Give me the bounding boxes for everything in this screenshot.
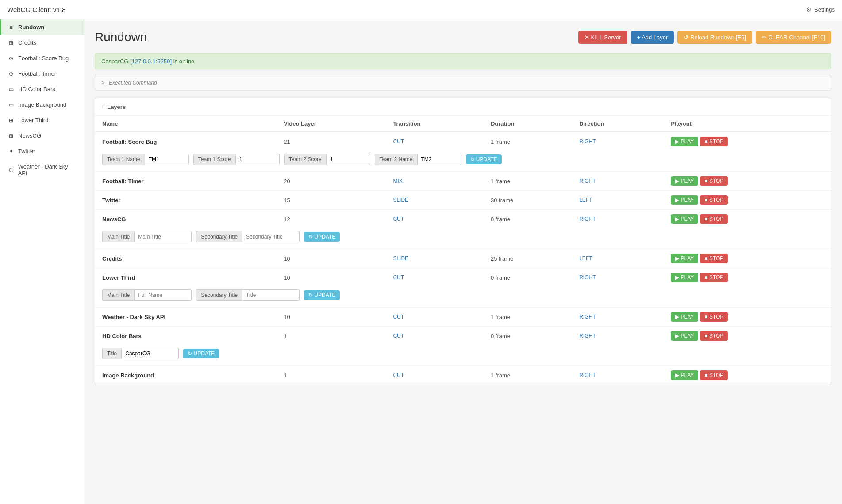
form-input-newscg-0[interactable] [134,231,192,242]
sidebar-item-rundown[interactable]: ≡Rundown [0,19,84,35]
status-casparcg: CasparCG [101,58,128,65]
sidebar-label-football-timer: Football: Timer [18,70,56,77]
table-row-form-hd-color-bars: Title ↻ UPDATE [95,345,831,366]
kill-server-button[interactable]: ✕ KILL Server [578,31,627,44]
play-button-weather[interactable]: ▶ PLAY [671,312,698,322]
sidebar-item-football-score-bug[interactable]: ⊙Football: Score Bug [0,50,84,66]
header-buttons: ✕ KILL Server + Add Layer ↺ Reload Rundo… [578,31,831,44]
sidebar-item-weather[interactable]: ⬡Weather - Dark Sky API [0,159,84,181]
row-direction-lower-third: RIGHT [572,268,664,287]
play-button-football-score-bug[interactable]: ▶ PLAY [671,137,698,146]
sidebar-icon-weather: ⬡ [8,167,15,173]
sidebar-label-image-background: Image Background [18,101,66,108]
sidebar-item-credits[interactable]: ⊞Credits [0,35,84,50]
play-button-hd-color-bars[interactable]: ▶ PLAY [671,331,698,341]
layers-header: ≡ Layers [95,98,831,116]
sidebar-item-football-timer[interactable]: ⊙Football: Timer [0,66,84,81]
stop-button-newscg[interactable]: ■ STOP [700,214,728,224]
row-direction-twitter: LEFT [572,191,664,210]
stop-button-football-score-bug[interactable]: ■ STOP [700,137,728,146]
sidebar-icon-twitter: ✦ [8,148,15,154]
status-host: [127.0.0.1:5250] [130,58,172,65]
row-duration-lower-third: 0 frame [484,268,572,287]
sidebar-icon-newscg: ⊞ [8,133,15,139]
row-transition-hd-color-bars: CUT [386,327,484,346]
form-input-hd-color-bars-0[interactable] [121,348,179,359]
row-name-twitter: Twitter [95,191,277,210]
form-label-newscg-1: Secondary Title [196,231,242,242]
stop-button-hd-color-bars[interactable]: ■ STOP [700,331,728,341]
row-transition-credits: SLIDE [386,249,484,268]
sidebar-label-hd-color-bars: HD Color Bars [18,86,55,92]
row-playout-hd-color-bars: ▶ PLAY ■ STOP [664,327,831,346]
stop-button-weather[interactable]: ■ STOP [700,312,728,322]
row-video-layer-football-score-bug: 21 [277,132,386,151]
form-input-lower-third-1[interactable] [242,289,300,301]
stop-button-football-timer[interactable]: ■ STOP [700,176,728,186]
form-input-football-score-bug-1[interactable] [235,154,280,165]
update-button-hd-color-bars[interactable]: ↻ UPDATE [183,349,219,358]
form-input-football-score-bug-0[interactable] [145,154,189,165]
table-row: HD Color Bars 1 CUT 0 frame RIGHT ▶ PLAY… [95,327,831,346]
update-button-newscg[interactable]: ↻ UPDATE [304,232,340,242]
table-row: Twitter 15 SLIDE 30 frame LEFT ▶ PLAY ■ … [95,191,831,210]
stop-button-lower-third[interactable]: ■ STOP [700,273,728,282]
form-input-football-score-bug-2[interactable] [326,154,370,165]
form-label-lower-third-1: Secondary Title [196,289,242,301]
sidebar-label-newscg: NewsCG [18,132,41,139]
form-input-newscg-1[interactable] [242,231,300,242]
play-button-credits[interactable]: ▶ PLAY [671,254,698,263]
col-name: Name [95,116,277,132]
sidebar-item-image-background[interactable]: ▭Image Background [0,97,84,112]
layers-header-label: ≡ Layers [102,104,126,110]
sidebar-label-football-score-bug: Football: Score Bug [18,55,69,62]
sidebar-label-credits: Credits [18,39,36,46]
form-label-football-score-bug-1: Team 1 Score [193,154,235,165]
stop-button-twitter[interactable]: ■ STOP [700,195,728,205]
clear-channel-button[interactable]: ✏ CLEAR Channel [F10] [756,31,831,44]
stop-button-image-background[interactable]: ■ STOP [700,370,728,380]
form-group-football-score-bug-3: Team 2 Name [375,154,461,165]
sidebar-item-hd-color-bars[interactable]: ▭HD Color Bars [0,81,84,97]
topbar: WebCG Client: v1.8 ⚙ Settings [0,0,842,19]
form-input-football-score-bug-3[interactable] [417,154,461,165]
form-label-football-score-bug-2: Team 2 Score [284,154,326,165]
table-row: Weather - Dark Sky API 10 CUT 1 frame RI… [95,308,831,327]
form-input-lower-third-0[interactable] [134,289,192,301]
play-button-lower-third[interactable]: ▶ PLAY [671,273,698,282]
status-suffix: is online [173,58,195,65]
row-name-credits: Credits [95,249,277,268]
form-group-newscg-1: Secondary Title [196,231,300,242]
form-label-lower-third-0: Main Title [102,289,134,301]
form-group-newscg-0: Main Title [102,231,192,242]
sidebar-item-newscg[interactable]: ⊞NewsCG [0,128,84,143]
sidebar-label-weather: Weather - Dark Sky API [18,163,77,177]
row-playout-football-timer: ▶ PLAY ■ STOP [664,172,831,191]
form-group-football-score-bug-2: Team 2 Score [284,154,370,165]
add-layer-button[interactable]: + Add Layer [631,31,674,44]
row-duration-football-score-bug: 1 frame [484,132,572,151]
update-button-football-score-bug[interactable]: ↻ UPDATE [466,154,502,164]
command-bar: >_ Executed Command [95,75,831,91]
sidebar-item-twitter[interactable]: ✦Twitter [0,143,84,159]
sidebar-item-lower-third[interactable]: ⊞Lower Third [0,112,84,128]
play-button-image-background[interactable]: ▶ PLAY [671,370,698,380]
row-video-layer-football-timer: 20 [277,172,386,191]
play-button-football-timer[interactable]: ▶ PLAY [671,176,698,186]
status-bar: CasparCG [127.0.0.1:5250] is online [95,53,831,69]
row-video-layer-hd-color-bars: 1 [277,327,386,346]
gear-icon: ⚙ [806,6,811,13]
row-direction-hd-color-bars: RIGHT [572,327,664,346]
col-video-layer: Video Layer [277,116,386,132]
row-video-layer-weather: 10 [277,308,386,327]
play-button-newscg[interactable]: ▶ PLAY [671,214,698,224]
update-button-lower-third[interactable]: ↻ UPDATE [304,290,340,300]
play-button-twitter[interactable]: ▶ PLAY [671,195,698,205]
row-direction-image-background: RIGHT [572,366,664,385]
reload-rundown-button[interactable]: ↺ Reload Rundown [F5] [677,31,752,44]
stop-button-credits[interactable]: ■ STOP [700,254,728,263]
settings-button[interactable]: ⚙ Settings [806,6,835,13]
row-playout-football-score-bug: ▶ PLAY ■ STOP [664,132,831,151]
row-video-layer-image-background: 1 [277,366,386,385]
layers-panel: ≡ Layers Name Video Layer Transition Dur… [95,98,831,385]
